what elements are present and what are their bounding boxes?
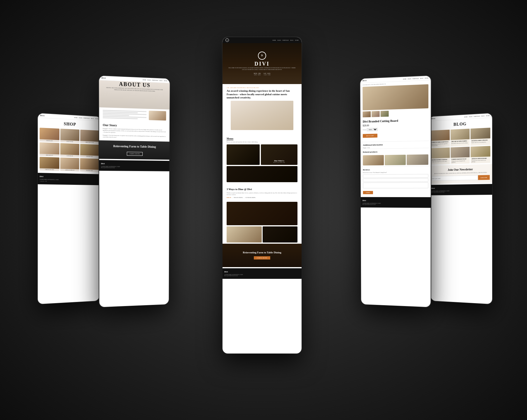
about-hero: ABOUT US SERVING THE EXTRAORDINARY. NOT … xyxy=(99,80,170,110)
shop-item-label-9: PASTRY MIX xyxy=(80,169,99,172)
main-three-ways: 3 Ways to Dine @ Divi Whether you prefer… xyxy=(223,185,302,202)
product-nav-store[interactable]: STORE xyxy=(425,77,428,79)
about-cta-button[interactable]: LEARN MORE xyxy=(127,152,143,156)
blog-newsletter-btn[interactable]: SUBSCRIBE xyxy=(478,175,490,180)
main-hero-stats: MON - FRI 12PM - 10PM SAT - SUN 11AM - 1… xyxy=(254,73,271,76)
product-nav-pages[interactable]: PAGES xyxy=(408,78,411,80)
product-nav-home[interactable]: HOME xyxy=(403,78,406,80)
about-content-row xyxy=(99,107,170,122)
blog-card-4[interactable]: RUSTIC PANTRY STARTERS Simple starters i… xyxy=(431,147,450,165)
device-blog: Divi HOME PAGES PORTFOLIO BLOG STORE BLO… xyxy=(429,113,492,304)
product-thumb-1[interactable] xyxy=(363,111,371,117)
related-item-2[interactable] xyxy=(385,155,406,165)
product-review-submit-btn[interactable]: SUBMIT xyxy=(363,191,373,194)
product-add-to-cart-btn[interactable]: ADD TO CART xyxy=(363,134,377,138)
shop-item-5[interactable]: LUNCHEON xyxy=(60,143,79,157)
main-nav: D HOME PAGES PORTFOLIO BLOG STORE xyxy=(223,37,302,43)
blog-card-3[interactable]: SEASONAL MENU UPDATES Explore what's new… xyxy=(470,128,490,146)
shop-nav-link-pages[interactable]: PAGES xyxy=(79,117,82,119)
blog-card-title-2: THE ART OF WINE PAIRING xyxy=(451,140,469,142)
blog-card-img-2 xyxy=(450,129,470,140)
shop-item-2[interactable]: PETIT FOUR xyxy=(60,129,80,143)
main-award: AN AWARD-WINNING RESTAURANT An award-win… xyxy=(223,84,302,133)
main-stat-2: SAT - SUN 11AM - 11PM xyxy=(264,73,270,76)
about-nav-link-blog[interactable]: BLOG xyxy=(160,80,163,81)
blog-newsletter-input[interactable] xyxy=(432,175,478,181)
blog-card-1[interactable]: FARM TO TABLE ESSENTIALS Discover how we… xyxy=(431,130,450,147)
blog-nav-store[interactable]: STORE xyxy=(486,115,490,117)
related-item-3[interactable] xyxy=(407,154,428,165)
main-nav-logo-d: D xyxy=(227,40,228,41)
main-nav-blog[interactable]: BLOG xyxy=(290,40,294,41)
main-menus-sub: Browse our menus and experience the best… xyxy=(227,141,297,143)
shop-item-label-8: ARTISAN BREAD xyxy=(60,169,79,171)
shop-item-4[interactable]: BREAKFAST xyxy=(40,142,59,157)
blog-nav-home[interactable]: HOME xyxy=(464,116,468,118)
blog-card-text-2: THE ART OF WINE PAIRING Our sommelier sh… xyxy=(451,139,470,145)
product-nav-blog[interactable]: BLOG xyxy=(420,77,423,79)
main-hero-logo: D xyxy=(258,52,266,60)
main-way-2: PRIVATE DINING xyxy=(234,197,243,198)
product-weight-value: 1.5 lbs xyxy=(367,147,369,148)
main-gallery-img-1 xyxy=(227,226,262,243)
about-story-text: Paragraph 1: We are a family-owned resta… xyxy=(103,128,166,134)
shop-item-3[interactable]: BRIOCHE LOAF xyxy=(80,130,99,144)
shop-nav-link-portfolio[interactable]: PORTFOLIO xyxy=(83,117,90,119)
about-nav-link-pages[interactable]: PAGES xyxy=(147,79,151,81)
product-review-name-input[interactable] xyxy=(363,174,428,178)
blog-nav-blog[interactable]: BLOG xyxy=(481,115,485,117)
main-feature-img xyxy=(231,101,293,130)
shop-item-6[interactable]: DINNER SET xyxy=(80,144,99,158)
product-review-email-input[interactable] xyxy=(363,178,428,182)
main-gallery xyxy=(227,226,297,243)
shop-nav-link-store[interactable]: STORE xyxy=(95,118,99,119)
product-nav-portfolio[interactable]: PORTFOLIO xyxy=(413,78,419,79)
devices-container: Divi HOME PAGES PORTFOLIO BLOG STORE SHO… xyxy=(29,20,498,400)
main-nav-portfolio[interactable]: PORTFOLIO xyxy=(283,40,289,41)
main-three-ways-title: 3 Ways to Dine @ Divi xyxy=(227,188,297,191)
product-reviews-prompt: Be the first to review "Divi Branded Cut… xyxy=(363,171,428,173)
related-item-1[interactable] xyxy=(363,155,384,165)
blog-card-img-3 xyxy=(470,128,490,139)
blog-card-excerpt-2: Our sommelier shares tips for perfect pa… xyxy=(451,142,469,144)
product-select-dropdown[interactable]: Select xyxy=(367,128,378,131)
main-nav-pages[interactable]: PAGES xyxy=(277,40,281,41)
blog-newsletter-sub: SIGN UP TO RECEIVE THE LATEST DEALS, SPE… xyxy=(432,172,490,174)
product-related-grid xyxy=(360,153,431,167)
about-nav-link-portfolio[interactable]: PORTFOLIO xyxy=(152,79,158,81)
shop-footer: Divi 1234 PINE STREET, SAN FRANCISCO, CA… xyxy=(38,173,100,185)
main-reinventing-btn[interactable]: LEARN MORE xyxy=(254,256,270,259)
main-nav-store[interactable]: STORE xyxy=(295,40,299,41)
shop-item-7[interactable]: CHEESE BOARD xyxy=(40,157,59,171)
about-nav-link-store[interactable]: STORE xyxy=(164,80,167,82)
main-way-divider-2: | xyxy=(244,197,244,198)
main-footer-email: HELLO@DIVIRESTAURANT.COM xyxy=(224,275,300,276)
product-main-img xyxy=(362,84,428,110)
blog-card-5[interactable]: GARDEN HARVEST FEAST Celebrate the seaso… xyxy=(451,146,470,164)
about-nav-link-home[interactable]: HOME xyxy=(143,79,146,81)
device-about: Divi HOME PAGES PORTFOLIO BLOG STORE ABO… xyxy=(99,76,170,307)
blog-card-img-1 xyxy=(431,130,449,141)
shop-item-img-2 xyxy=(60,129,80,141)
blog-nav-portfolio[interactable]: PORTFOLIO xyxy=(474,115,480,117)
blog-card-2[interactable]: THE ART OF WINE PAIRING Our sommelier sh… xyxy=(450,129,470,146)
blog-card-excerpt-1: Discover how we source the finest ingred… xyxy=(432,143,449,146)
product-thumb-2[interactable] xyxy=(372,111,380,117)
about-footer-email: HELLO@DIVIRESTAURANT.COM xyxy=(101,167,168,169)
blog-card-img-5 xyxy=(451,146,470,158)
shop-item-8[interactable]: ARTISAN BREAD xyxy=(60,158,79,171)
main-menus-title: Menus xyxy=(227,137,233,140)
blog-newsletter: Join Our Newsletter SIGN UP TO RECEIVE T… xyxy=(430,164,492,184)
shop-item-9[interactable]: PASTRY MIX xyxy=(80,158,99,172)
about-nav-logo: Divi xyxy=(102,77,106,79)
blog-nav-pages[interactable]: PAGES xyxy=(469,116,473,117)
product-review-comment-input[interactable] xyxy=(363,182,428,189)
blog-card-6[interactable]: ARTISAN CHEESE BOARD Create the perfect … xyxy=(470,146,490,163)
shop-item-1[interactable]: CROISSANT xyxy=(40,128,59,142)
main-nav-home[interactable]: HOME xyxy=(273,40,276,41)
main-hero-tagline: WELCOME TO DIVI RESTAURANT, AN AWARD-WIN… xyxy=(223,67,302,70)
shop-nav-link-blog[interactable]: BLOG xyxy=(91,117,94,119)
main-ways-text: Whether you prefer an intimate dinner fo… xyxy=(227,192,297,196)
shop-nav-link-home[interactable]: HOME xyxy=(74,117,78,118)
product-thumb-3[interactable] xyxy=(381,111,389,117)
